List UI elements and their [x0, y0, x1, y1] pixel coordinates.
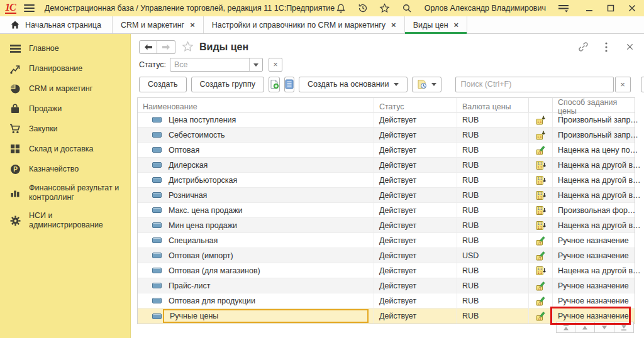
maximize-icon[interactable] [605, 3, 616, 14]
dropdown-caret-icon [431, 83, 436, 86]
manual-icon: 1,1 [536, 311, 546, 321]
sidebar-item-label: Главное [29, 44, 59, 53]
forward-button[interactable] [157, 40, 175, 54]
sidebar-item-sales[interactable]: Продажи [0, 99, 130, 119]
tab-crm-settings[interactable]: Настройки и справочники по CRM и маркети… [204, 16, 405, 33]
table-row[interactable]: Оптовая Действует RUB 1,1 Наценка на цен… [138, 143, 635, 158]
get-link-icon[interactable] [577, 41, 589, 53]
search-clear-icon[interactable]: × [615, 77, 631, 92]
close-window-icon[interactable] [626, 3, 638, 14]
manual-icon: 1,1 [536, 296, 546, 306]
move-down-button[interactable] [595, 322, 614, 333]
table-header: Наименование Статус Валюта цены Способ з… [138, 98, 635, 112]
sidebar-item-planning[interactable]: Планирование [0, 58, 130, 79]
price-type-status: Действует [374, 112, 457, 127]
table-row[interactable]: Себестоимость Действует RUB 1,1 Произвол… [138, 128, 635, 143]
document-history-dropdown-button[interactable] [412, 77, 441, 92]
tab-close-icon[interactable]: × [391, 21, 396, 29]
app-window: 1С Демонстрационная база / Управление то… [0, 0, 644, 338]
notifications-bell-icon[interactable] [335, 3, 347, 14]
create-group-button[interactable]: Создать группу [191, 77, 264, 92]
markup-icon: 1,11,1 [536, 190, 546, 200]
svg-text:1,1: 1,1 [537, 165, 541, 169]
table-row[interactable]: Макс. цена продажи Действует RUB 1,11,1 … [138, 203, 635, 218]
table-row[interactable]: Специальная Действует RUB 1,1 Ручное наз… [138, 233, 635, 248]
table-row[interactable]: Оптовая (для магазинов) Действует RUB 1,… [138, 263, 635, 278]
menu-icon [9, 43, 21, 54]
manual-icon: 1,1 [536, 251, 546, 261]
settings-menu-icon[interactable] [558, 3, 569, 14]
sidebar-item-label: Казначейство [29, 165, 79, 174]
history-icon[interactable] [357, 3, 369, 14]
tab-home[interactable]: Начальная страница [0, 16, 113, 33]
search-input[interactable] [455, 77, 614, 92]
current-user[interactable]: Орлов Александр Владимирович [425, 4, 546, 13]
price-type-status: Действует [374, 278, 457, 293]
add-new-item-button[interactable] [269, 77, 280, 92]
sidebar-item-admin[interactable]: НСИ и администрирование [0, 207, 130, 234]
tab-crm[interactable]: CRM и маркетинг × [113, 16, 204, 33]
svg-text:1,1: 1,1 [537, 210, 541, 214]
svg-text:1,1: 1,1 [537, 226, 541, 229]
price-type-name: Ручные цены [170, 312, 218, 320]
list-view-button[interactable] [284, 77, 294, 92]
minimize-icon[interactable] [584, 3, 595, 14]
svg-text:1,1: 1,1 [537, 207, 541, 210]
svg-text:1,1: 1,1 [537, 192, 541, 195]
sidebar-item-treasury[interactable]: Р Казначейство [0, 159, 130, 179]
back-button[interactable] [139, 40, 157, 54]
price-type-currency: RUB [457, 158, 529, 172]
status-filter-combobox[interactable]: Все [170, 58, 263, 72]
more-button[interactable]: Еще [641, 77, 644, 92]
price-type-currency: RUB [457, 203, 529, 217]
svg-text:1,1: 1,1 [537, 222, 541, 226]
sidebar-item-purchases[interactable]: Закупки [0, 119, 130, 139]
table-row[interactable]: Прайс-лист Действует RUB 1,1 Ручное назн… [138, 278, 635, 293]
combobox-dropdown-icon[interactable] [249, 58, 262, 71]
price-type-status: Действует [374, 188, 457, 202]
tab-close-icon[interactable]: × [190, 21, 195, 29]
pie-chart-icon [9, 83, 21, 94]
gear-icon [9, 215, 21, 226]
sidebar-item-finance[interactable]: Финансовый результат и контроллинг [0, 179, 130, 207]
search-icon[interactable] [401, 3, 413, 14]
price-type-status: Действует [374, 233, 457, 248]
home-icon [11, 21, 19, 29]
more-menu-dots-icon[interactable] [601, 41, 612, 53]
sidebar-item-main[interactable]: Главное [0, 38, 130, 58]
markup-icon: 1,11,1 [536, 221, 546, 231]
svg-text:1,1: 1,1 [537, 135, 541, 139]
create-based-on-button[interactable]: Создать на основании [299, 77, 408, 92]
table-row[interactable]: Дилерская Действует RUB 1,11,1 Наценка н… [138, 158, 635, 173]
ruble-icon: Р [9, 163, 21, 175]
svg-text:1,1: 1,1 [537, 120, 541, 124]
status-filter-clear-icon[interactable]: × [269, 58, 282, 72]
add-favorite-star-icon[interactable] [181, 41, 194, 53]
tab-close-icon[interactable]: × [454, 21, 459, 29]
main-menu-icon[interactable] [24, 4, 35, 12]
grid-icon [9, 143, 21, 155]
table-row[interactable]: Мин цена продажи Действует RUB 1,11,1 На… [138, 218, 635, 233]
price-type-currency: RUB [457, 173, 529, 187]
price-type-method: Наценка на другой в… [558, 266, 641, 275]
table-row[interactable]: Цена поступления Действует RUB 1,1 Произ… [138, 112, 635, 128]
table-body: Цена поступления Действует RUB 1,1 Произ… [138, 112, 635, 324]
table-row[interactable]: Оптовая (импорт) Действует USD 1,1 Ручно… [138, 248, 635, 263]
price-type-method: Ручное назначение [558, 251, 629, 260]
table-row[interactable]: Оптовая для продукции Действует RUB 1,1 … [138, 293, 635, 308]
manual-icon: 1,1 [536, 145, 546, 155]
close-panel-icon[interactable] [624, 41, 635, 53]
favorites-star-icon[interactable] [379, 3, 391, 14]
sidebar-item-warehouse[interactable]: Склад и доставка [0, 139, 130, 159]
create-button[interactable]: Создать [139, 77, 187, 92]
price-type-item-icon [152, 313, 162, 319]
table-row[interactable]: Дистрибьюторская Действует RUB 1,11,1 На… [138, 173, 635, 188]
price-type-currency: RUB [457, 143, 529, 157]
move-top-button[interactable] [556, 322, 575, 333]
table-row[interactable]: Розничная Действует RUB 1,11,1 Наценка н… [138, 188, 635, 203]
price-type-method: Ручное назначение [558, 312, 629, 320]
move-bottom-button[interactable] [614, 322, 634, 333]
move-up-button[interactable] [575, 322, 595, 333]
tab-price-types[interactable]: Виды цен × [405, 16, 468, 33]
sidebar-item-crm[interactable]: CRM и маркетинг [0, 79, 130, 99]
